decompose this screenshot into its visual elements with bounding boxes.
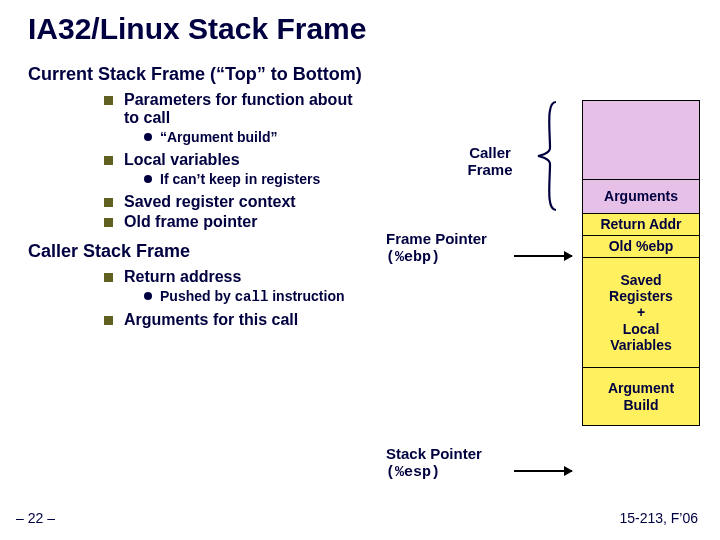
slide-title: IA32/Linux Stack Frame <box>28 12 692 46</box>
stack-pointer-label: Stack Pointer (%esp) <box>386 445 516 482</box>
bullet-locals-text: Local variables <box>124 151 240 168</box>
arrow-sp-icon <box>514 470 572 472</box>
pushed-pre: Pushed by <box>160 288 235 304</box>
arrow-fp-icon <box>514 255 572 257</box>
fp-reg: (%ebp) <box>386 249 440 266</box>
sp-reg: (%esp) <box>386 464 440 481</box>
current-heading: Current Stack Frame (“Top” to Bottom) <box>28 64 368 85</box>
pushed-post: instruction <box>268 288 344 304</box>
bullet-locals: Local variables If can’t keep in registe… <box>104 151 368 187</box>
bullet-params: Parameters for function about to call “A… <box>104 91 368 145</box>
current-heading-text: Current Stack Frame (“Top” to Bottom) <box>28 64 362 84</box>
fp-text: Frame Pointer <box>386 230 487 247</box>
course-id: 15-213, F’06 <box>619 510 698 526</box>
slide-number: – 22 – <box>16 510 55 526</box>
cell-arg-build: Argument Build <box>583 367 699 425</box>
bullet-saved-regs: Saved register context <box>104 193 368 211</box>
sp-text: Stack Pointer <box>386 445 482 462</box>
subbullet-registers: If can’t keep in registers <box>144 171 368 187</box>
frame-pointer-label: Frame Pointer (%ebp) <box>386 230 516 267</box>
caller-list: Return address Pushed by call instructio… <box>104 268 368 329</box>
cell-arguments: Arguments <box>583 179 699 213</box>
cell-caller-upper <box>583 101 699 179</box>
bullet-params-text: Parameters for function about to call <box>124 91 352 126</box>
subbullet-pushed-by-call: Pushed by call instruction <box>144 288 368 305</box>
bullet-return-addr: Return address Pushed by call instructio… <box>104 268 368 305</box>
stack-boxes: Arguments Return Addr Old %ebp Saved Reg… <box>582 100 700 426</box>
caller-frame-label: Caller Frame <box>450 144 530 179</box>
caller-heading: Caller Stack Frame <box>28 241 368 262</box>
left-column: Current Stack Frame (“Top” to Bottom) Pa… <box>28 64 368 331</box>
subbullet-argbuild: “Argument build” <box>144 129 368 145</box>
cell-old-ebp: Old %ebp <box>583 235 699 257</box>
bullet-return-addr-text: Return address <box>124 268 241 285</box>
cell-return-addr: Return Addr <box>583 213 699 235</box>
bullet-args-this-call: Arguments for this call <box>104 311 368 329</box>
current-list: Parameters for function about to call “A… <box>104 91 368 231</box>
bullet-old-fp: Old frame pointer <box>104 213 368 231</box>
cell-saved-local: Saved Registers + Local Variables <box>583 257 699 367</box>
call-keyword: call <box>235 289 269 305</box>
